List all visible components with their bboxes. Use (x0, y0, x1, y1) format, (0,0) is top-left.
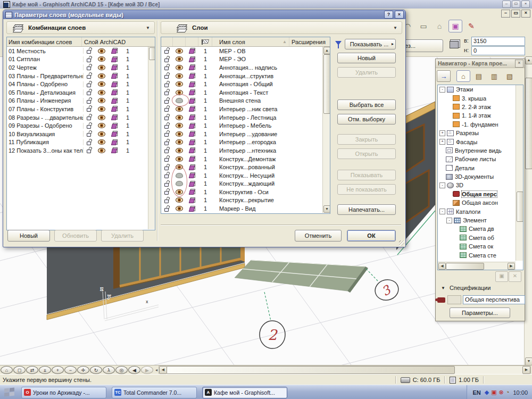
eye-closed-icon[interactable] (176, 181, 183, 186)
unlock-icon[interactable] (164, 189, 170, 195)
layer-row[interactable]: 1Аннотация - Текст (161, 88, 322, 97)
eye-open-icon[interactable] (176, 148, 183, 153)
tree-item[interactable]: 2. 2-й этаж (438, 103, 516, 111)
eye-open-icon[interactable] (98, 98, 105, 103)
combination-row[interactable]: 01 Ситплан1 (7, 55, 155, 64)
eye-open-icon[interactable] (176, 73, 183, 79)
solid-fill-icon[interactable] (189, 181, 195, 187)
unlock-icon[interactable] (87, 73, 93, 79)
tree-item[interactable]: -1. фундамен (438, 120, 516, 129)
orbit-icon[interactable]: ↻ (90, 366, 102, 374)
unlock-icon[interactable] (164, 172, 170, 178)
layer-row[interactable]: 1Конструк...Демонтаж (161, 155, 322, 163)
layers-section-header[interactable]: Слои ▼ (161, 21, 402, 34)
tree-item[interactable]: 1. 1-й этаж (438, 111, 516, 120)
solid-fill-icon[interactable] (189, 48, 195, 54)
unlock-icon[interactable] (164, 147, 170, 153)
minimize-button[interactable]: – (502, 1, 511, 8)
look-around-icon[interactable]: ◎ (115, 366, 128, 374)
eye-open-icon[interactable] (98, 131, 105, 137)
scroll-left-icon[interactable]: ◀ (438, 263, 446, 270)
solid-fill-icon[interactable] (112, 81, 118, 87)
solid-fill-icon[interactable] (112, 114, 118, 120)
pan-hand-icon[interactable]: ✛ (77, 366, 89, 374)
dialog-close-button[interactable]: × (395, 11, 404, 19)
new-layer-button[interactable]: Новый (337, 53, 396, 63)
eye-open-icon[interactable] (98, 81, 105, 87)
layer-row[interactable]: 1Интерьер ...егородка (161, 138, 322, 147)
unlock-icon[interactable] (87, 48, 93, 54)
unlock-icon[interactable] (87, 114, 93, 120)
solid-fill-icon[interactable] (189, 197, 195, 203)
layer-row[interactable]: 1Конструк...рекрытие (161, 196, 322, 205)
unlock-icon[interactable] (164, 123, 170, 129)
unlock-icon[interactable] (87, 131, 93, 137)
collapse-icon[interactable]: - (446, 218, 452, 223)
tree-item[interactable]: 3D-документы (438, 172, 516, 181)
fit-in-window-icon[interactable]: ⌂ (1, 366, 13, 374)
collapse-icon[interactable]: - (439, 87, 445, 93)
eye-open-icon[interactable] (98, 65, 105, 70)
tree-item[interactable]: Общая перс (438, 190, 516, 198)
print-button[interactable]: Напечатать... (337, 204, 396, 215)
solid-fill-icon[interactable] (112, 64, 118, 70)
layer-row[interactable]: 1Внешняя стена (161, 97, 322, 105)
extensions-column-header[interactable]: Расширения (289, 37, 330, 46)
layers-vscrollbar[interactable]: ▲ ▼ (322, 47, 330, 213)
eye-open-icon[interactable] (176, 90, 183, 95)
solid-fill-icon[interactable] (189, 89, 195, 95)
tree-hscrollbar[interactable]: ◀ ▶ (438, 262, 516, 270)
collapse-icon[interactable]: - (439, 182, 445, 188)
spec-section-header[interactable]: ▼ Спецификации (441, 285, 491, 291)
layers-scroll-thumb[interactable] (323, 54, 330, 114)
unlock-icon[interactable] (164, 106, 170, 112)
viewport-vscrollbar[interactable]: ▲ ▼ (524, 56, 532, 365)
marquee-tool-icon[interactable]: ▭ (417, 20, 430, 32)
show-layer-button[interactable]: Показывать (337, 170, 396, 180)
layout-book-icon[interactable]: ▥ (487, 70, 501, 82)
unlock-icon[interactable] (164, 56, 170, 62)
zoom-out-icon[interactable]: − (64, 366, 77, 374)
unlock-button[interactable]: Открыть (337, 148, 396, 159)
layer-row[interactable]: 1Аннотация - Общий (161, 80, 322, 88)
unlock-icon[interactable] (87, 89, 93, 95)
tree-item[interactable]: Общая аксон (438, 198, 516, 207)
combination-row[interactable]: 08 Разрезы - ...дварительный1 (7, 113, 155, 122)
solid-fill-icon[interactable] (189, 56, 195, 62)
eye-open-icon[interactable] (98, 48, 105, 54)
eye-column-header[interactable] (173, 37, 186, 46)
navigator-close-icon[interactable]: × (515, 60, 523, 68)
select-all-button[interactable]: Выбрать все (337, 99, 396, 110)
height-input[interactable]: 3150 (471, 37, 525, 46)
deselect-button[interactable]: Отм. выборку (337, 114, 396, 124)
vscroll-thumb[interactable] (525, 78, 532, 169)
taskbar-task[interactable]: TCTotal Commander 7.0... (112, 387, 197, 398)
unlock-icon[interactable] (87, 81, 93, 87)
walk-explore-icon[interactable]: λ (103, 366, 115, 374)
combination-row[interactable]: 03 Планы - Предварительный1 (7, 72, 155, 80)
eye-open-icon[interactable] (176, 139, 183, 145)
mdi-minimize-button[interactable]: – (501, 10, 510, 18)
solid-fill-icon[interactable] (189, 164, 195, 170)
solid-fill-icon[interactable] (112, 147, 118, 153)
taskbar-task[interactable]: AКафе мой - Graphisoft... (202, 387, 287, 398)
layer-row[interactable]: 1Интерьер - Лестница (161, 113, 322, 122)
solid-fill-icon[interactable] (189, 73, 195, 79)
layer-row[interactable]: 1Конструктив - Оси (161, 188, 322, 196)
tree-item[interactable]: Смета дв (438, 225, 516, 233)
collapse-icon[interactable]: - (439, 209, 445, 214)
solid-fill-icon[interactable] (189, 131, 195, 137)
solid-fill-icon[interactable] (189, 64, 195, 70)
solid-fill-icon[interactable] (189, 172, 195, 178)
combination-row[interactable]: 10 Визуализация1 (7, 130, 155, 138)
base-input[interactable]: 0 (471, 46, 525, 55)
eye-open-icon[interactable] (176, 48, 183, 54)
tree-item[interactable]: +Разрезы (438, 129, 516, 137)
unlock-icon[interactable] (164, 181, 170, 187)
tray-icon-clock[interactable]: ◔ (506, 389, 510, 395)
combination-row[interactable]: 09 Разрезы - Одобрено1 (7, 121, 155, 130)
zoom-window-icon[interactable]: ◻ (13, 366, 26, 374)
combination-row[interactable]: 02 Чертеж1 (7, 63, 155, 72)
priority-column-header[interactable] (198, 37, 212, 46)
unlock-icon[interactable] (164, 164, 170, 170)
